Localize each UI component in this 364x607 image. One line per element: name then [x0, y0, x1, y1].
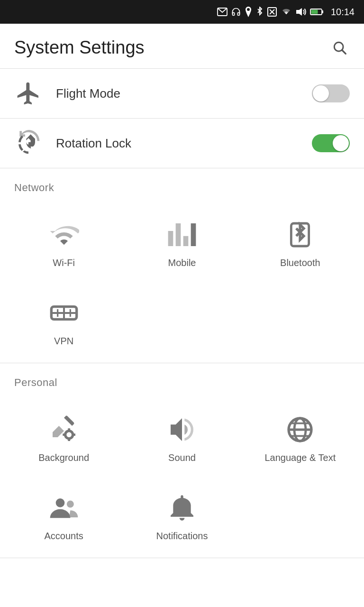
vpn-label: VPN [54, 336, 73, 347]
background-label: Background [38, 452, 89, 463]
svg-point-23 [67, 501, 74, 508]
wifi-status-icon [281, 8, 292, 16]
rotation-lock-thumb [333, 135, 349, 151]
bluetooth-label: Bluetooth [280, 258, 320, 268]
language-text-label: Language & Text [264, 452, 336, 463]
rotation-lock-toggle[interactable] [312, 134, 350, 152]
mobile-signal-icon [167, 220, 197, 250]
notifications-item[interactable]: Notifications [123, 479, 241, 553]
flight-mode-thumb [313, 85, 329, 101]
rotation-lock-row[interactable]: Rotation Lock [0, 119, 364, 168]
search-icon [332, 40, 347, 55]
page-title: System Settings [14, 37, 145, 58]
location-icon [245, 7, 252, 17]
x-box-icon [267, 7, 277, 17]
personal-grid-row2: Accounts Notifications [0, 479, 364, 558]
sound-icon-container [165, 413, 199, 447]
vpn-row: VPN [0, 285, 364, 363]
vpn-item[interactable]: VPN [5, 285, 123, 358]
flight-mode-toggle[interactable] [312, 84, 350, 102]
status-icons: 10:14 [217, 7, 355, 18]
bluetooth-icon-container [283, 218, 317, 252]
notifications-icon-container [165, 491, 199, 525]
background-icon [49, 414, 79, 445]
accounts-icon [49, 493, 79, 523]
bluetooth-icon [256, 7, 264, 17]
accounts-icon-container [47, 491, 81, 525]
svg-marker-4 [296, 8, 302, 16]
network-grid: Wi-Fi Mobile Bluetooth [0, 202, 364, 285]
svg-point-16 [65, 431, 73, 439]
language-icon [285, 414, 315, 445]
sound-label: Sound [168, 452, 196, 463]
background-item[interactable]: Background [5, 401, 123, 475]
personal-section-header: Personal [0, 363, 364, 396]
rotation-lock-icon [15, 130, 42, 156]
background-icon-container [47, 413, 81, 447]
bluetooth-item[interactable]: Bluetooth [241, 206, 359, 280]
mobile-label: Mobile [168, 258, 196, 268]
language-text-item[interactable]: Language & Text [241, 401, 359, 475]
notifications-label: Notifications [156, 531, 208, 542]
wifi-label: Wi-Fi [53, 258, 75, 268]
svg-point-22 [55, 498, 64, 507]
notifications-icon [167, 493, 197, 523]
battery-icon [310, 8, 324, 16]
mobile-icon-container [165, 218, 199, 252]
volume-icon [296, 8, 306, 16]
status-time: 10:14 [331, 7, 355, 18]
page-header: System Settings [0, 24, 364, 68]
vpn-icon-container [47, 296, 81, 330]
rotation-lock-label: Rotation Lock [56, 136, 299, 151]
svg-rect-7 [311, 10, 318, 14]
flight-mode-row[interactable]: Flight Mode [0, 69, 364, 118]
rotation-lock-icon-container [14, 129, 43, 157]
search-button[interactable] [329, 37, 350, 58]
network-section-header: Network [0, 168, 364, 202]
mobile-item[interactable]: Mobile [123, 206, 241, 280]
personal-grid: Background Sound Language & Text [0, 396, 364, 479]
accounts-item[interactable]: Accounts [5, 479, 123, 553]
status-bar: 10:14 [0, 0, 364, 24]
flight-mode-label: Flight Mode [56, 86, 299, 101]
svg-rect-6 [322, 10, 323, 13]
mail-icon [217, 8, 228, 16]
headset-icon [231, 7, 241, 17]
wifi-icon-container [47, 218, 81, 252]
vpn-icon [49, 298, 79, 328]
wifi-icon [49, 220, 79, 250]
bluetooth-settings-icon [285, 220, 315, 250]
svg-line-9 [342, 50, 346, 54]
sound-item[interactable]: Sound [123, 401, 241, 475]
sound-icon [167, 414, 197, 445]
wifi-item[interactable]: Wi-Fi [5, 206, 123, 280]
accounts-label: Accounts [45, 531, 83, 542]
language-icon-container [283, 413, 317, 447]
divider-personal [0, 558, 364, 558]
airplane-icon [15, 80, 42, 107]
flight-mode-icon [14, 79, 43, 108]
